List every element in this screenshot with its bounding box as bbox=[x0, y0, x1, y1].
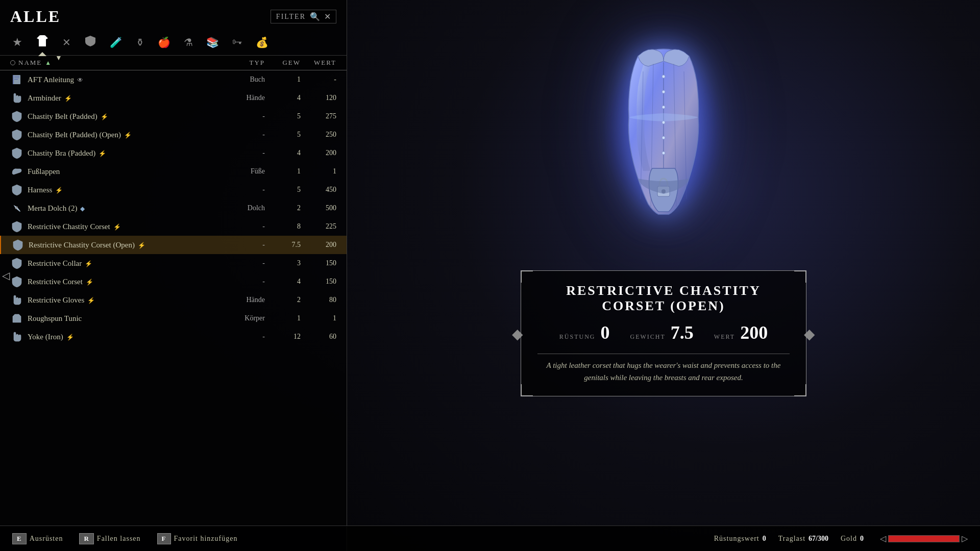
item-type: - bbox=[229, 186, 265, 194]
list-item[interactable]: Restrictive Collar ⚡-3150 bbox=[0, 254, 347, 272]
category-ingredients[interactable]: 🍎 bbox=[156, 34, 173, 51]
item-value: 60 bbox=[301, 333, 336, 341]
favorite-key: F bbox=[157, 533, 171, 544]
action-buttons: E Ausrüsten R Fallen lassen F Favorit hi… bbox=[12, 533, 237, 544]
enchanted-icon: ⚡ bbox=[99, 150, 106, 158]
bottom-bar: E Ausrüsten R Fallen lassen F Favorit hi… bbox=[0, 525, 980, 551]
item-name-text: Restrictive Corset ⚡ bbox=[28, 278, 229, 286]
item-weight: 2 bbox=[265, 296, 301, 304]
item-preview bbox=[347, 0, 980, 265]
enchanted-icon: ⚡ bbox=[55, 187, 63, 194]
enchanted-icon: ⚡ bbox=[66, 334, 74, 341]
item-name-text: Chastity Belt (Padded) ⚡ bbox=[28, 112, 229, 121]
item-value: 200 bbox=[301, 149, 336, 157]
item-value: 150 bbox=[301, 259, 336, 267]
list-item[interactable]: AFT Anleitung 👁Buch1- bbox=[0, 70, 347, 89]
item-type: - bbox=[229, 241, 265, 249]
item-icon bbox=[10, 293, 23, 307]
item-value: - bbox=[301, 76, 336, 84]
item-value: 150 bbox=[301, 278, 336, 286]
item-value: 120 bbox=[301, 94, 336, 102]
item-weight: 5 bbox=[265, 186, 301, 194]
item-name-text: Restrictive Gloves ⚡ bbox=[28, 296, 229, 305]
list-item[interactable]: Restrictive Chastity Corset (Open) ⚡-7.5… bbox=[0, 236, 347, 254]
enchanted-icon: ⚡ bbox=[85, 260, 92, 268]
side-menu-button[interactable]: ◁ bbox=[0, 264, 12, 287]
category-books[interactable]: 📚 bbox=[204, 34, 221, 51]
health-arrow-left[interactable]: ◁ bbox=[880, 534, 886, 543]
inventory-panel: ALLE FILTER 🔍 ✕ ★ ✕ 🧪 ⚱ 🍎 ⚗ 📚 🗝 💰 ▼ bbox=[0, 0, 347, 551]
item-name-text: Roughspun Tunic bbox=[28, 314, 229, 323]
list-item[interactable]: Roughspun TunicKörper11 bbox=[0, 309, 347, 328]
category-food[interactable]: ⚱ bbox=[134, 34, 146, 51]
svg-rect-3 bbox=[14, 78, 19, 78]
armor-label: RÜSTUNG bbox=[559, 333, 596, 341]
item-icon bbox=[10, 330, 23, 343]
item-weight: 8 bbox=[265, 222, 301, 231]
item-value: 1 bbox=[301, 167, 336, 176]
health-bar-container: ◁ ▷ bbox=[880, 534, 968, 543]
item-icon bbox=[10, 312, 23, 325]
enchanted-icon: ⚡ bbox=[113, 223, 121, 231]
list-item[interactable]: FußlappenFüße11 bbox=[0, 162, 347, 181]
item-type: - bbox=[229, 149, 265, 157]
col-typ-label: TYP bbox=[229, 59, 265, 67]
item-name-text: Chastity Bra (Padded) ⚡ bbox=[28, 149, 229, 158]
item-icon bbox=[10, 202, 23, 215]
list-item[interactable]: Harness ⚡-5450 bbox=[0, 181, 347, 199]
favorite-action[interactable]: F Favorit hinzufügen bbox=[157, 533, 238, 544]
search-icon[interactable]: 🔍 bbox=[310, 12, 320, 21]
category-apparel[interactable] bbox=[34, 32, 51, 52]
armor-rating-stat: Rüstungswert 0 bbox=[714, 535, 766, 543]
side-decoration-right: ◆ bbox=[804, 325, 815, 342]
col-name-label: NAME bbox=[18, 59, 42, 67]
category-keys[interactable]: 🗝 bbox=[230, 34, 244, 50]
category-misc2[interactable]: ⚗ bbox=[182, 34, 195, 51]
item-type: Dolch bbox=[229, 204, 265, 212]
list-item[interactable]: Restrictive Corset ⚡-4150 bbox=[0, 272, 347, 291]
list-item[interactable]: Chastity Belt (Padded) ⚡-5275 bbox=[0, 107, 347, 126]
list-item[interactable]: Chastity Belt (Padded) (Open) ⚡-5250 bbox=[0, 126, 347, 144]
list-item[interactable]: Chastity Bra (Padded) ⚡-4200 bbox=[0, 144, 347, 162]
item-weight: 4 bbox=[265, 94, 301, 102]
list-item[interactable]: Restrictive Chastity Corset ⚡-8225 bbox=[0, 217, 347, 236]
sort-arrow: ▲ bbox=[45, 59, 51, 67]
category-misc[interactable]: 💰 bbox=[254, 34, 271, 51]
list-item[interactable]: Yoke (Iron) ⚡-1260 bbox=[0, 328, 347, 346]
item-type: - bbox=[229, 112, 265, 120]
list-item[interactable]: Restrictive Gloves ⚡Hände280 bbox=[0, 291, 347, 309]
category-armor[interactable] bbox=[82, 33, 99, 52]
drop-action[interactable]: R Fallen lassen bbox=[79, 533, 140, 544]
armor-rating-value: 0 bbox=[763, 535, 766, 543]
stolen-icon: ◆ bbox=[80, 205, 85, 213]
equip-key: E bbox=[12, 533, 27, 544]
category-bar: ★ ✕ 🧪 ⚱ 🍎 ⚗ 📚 🗝 💰 ▼ bbox=[0, 29, 347, 56]
item-name-text: Restrictive Chastity Corset (Open) ⚡ bbox=[29, 241, 229, 249]
item-type: - bbox=[229, 333, 265, 341]
item-value: 275 bbox=[301, 112, 336, 120]
gold-value: 0 bbox=[860, 535, 864, 543]
list-item[interactable]: Merta Dolch (2) ◆Dolch2500 bbox=[0, 199, 347, 217]
equip-action[interactable]: E Ausrüsten bbox=[12, 533, 63, 544]
category-potions[interactable]: 🧪 bbox=[108, 34, 125, 51]
item-name-text: Restrictive Collar ⚡ bbox=[28, 259, 229, 268]
category-weapons[interactable]: ✕ bbox=[60, 34, 73, 51]
svg-rect-0 bbox=[40, 35, 45, 37]
category-favorites[interactable]: ★ bbox=[10, 34, 24, 51]
health-arrow-right[interactable]: ▷ bbox=[962, 534, 968, 543]
list-item[interactable]: Armbinder ⚡Hände4120 bbox=[0, 89, 347, 107]
armor-stat: RÜSTUNG 0 bbox=[559, 322, 610, 343]
armor-rating-label: Rüstungswert bbox=[714, 535, 760, 543]
item-type: Hände bbox=[229, 94, 265, 102]
value-stat: WERT 200 bbox=[714, 322, 768, 343]
carry-weight-label: Traglast bbox=[778, 535, 805, 543]
svg-point-15 bbox=[662, 106, 665, 109]
item-icon bbox=[10, 183, 23, 196]
col-name[interactable]: NAME ▲ bbox=[10, 59, 229, 67]
drop-key: R bbox=[79, 533, 93, 544]
carry-weight-stat: Traglast 67/300 bbox=[778, 535, 828, 543]
item-value: 500 bbox=[301, 204, 336, 212]
filter-area[interactable]: FILTER 🔍 ✕ bbox=[271, 10, 336, 23]
close-filter-icon[interactable]: ✕ bbox=[324, 12, 331, 21]
item-weight: 1 bbox=[265, 314, 301, 322]
